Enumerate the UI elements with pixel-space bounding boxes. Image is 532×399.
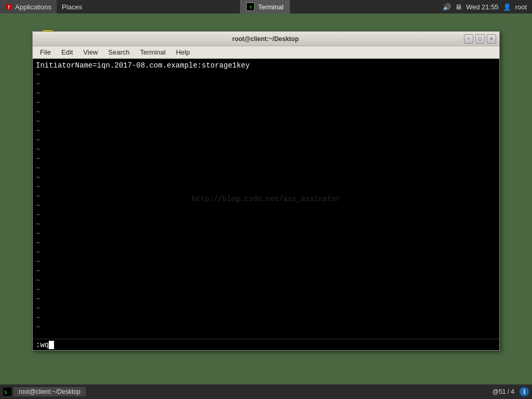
fedora-icon: f	[5, 3, 12, 10]
terminal-tab[interactable]: $ Terminal	[240, 0, 289, 14]
taskbar-app-button[interactable]: root@client:~/Desktop	[14, 387, 86, 396]
tilde-line: ~	[36, 182, 496, 192]
applications-label: Applications	[15, 3, 51, 11]
title-bar: root@client:~/Desktop − □ ×	[33, 32, 499, 46]
terminal-tab-label: Terminal	[258, 3, 283, 11]
window-title: root@client:~/Desktop	[67, 35, 464, 43]
tilde-line: ~	[36, 238, 496, 248]
tilde-line: ~	[36, 210, 496, 220]
volume-icon: 🔊	[443, 3, 451, 11]
menu-edit[interactable]: Edit	[56, 47, 78, 57]
command-line[interactable]: :wq	[33, 339, 499, 350]
tilde-line: ~	[36, 79, 496, 89]
tilde-line: ~	[36, 98, 496, 108]
tilde-line: ~	[36, 220, 496, 229]
taskbar-top-center: $ Terminal	[87, 0, 443, 14]
tilde-line: ~	[36, 295, 496, 304]
tilde-line: ~	[36, 136, 496, 145]
tilde-line: ~	[36, 248, 496, 257]
terminal-tab-icon: $	[246, 3, 255, 11]
command-prompt: :wq	[36, 341, 49, 349]
menu-help[interactable]: Help	[171, 47, 195, 57]
tilde-line: ~	[36, 117, 496, 126]
tilde-line: ~	[36, 108, 496, 117]
tilde-line: ~	[36, 323, 496, 332]
display-icon: 🖥	[455, 3, 462, 11]
tilde-line: ~	[36, 313, 496, 323]
tilde-line: ~	[36, 285, 496, 295]
taskbar-top: f Applications Places $ Terminal 🔊 🖥 Wed…	[0, 0, 532, 14]
tilde-line: ~	[36, 192, 496, 201]
tilde-lines: ~~~~~~~~~~~~~~~~~~~~~~~~~~~~	[36, 70, 496, 332]
taskbar-top-left: f Applications Places	[0, 0, 87, 14]
username: root	[515, 3, 527, 11]
tilde-line: ~	[36, 276, 496, 285]
taskbar-bottom-right: @51 / 4 ℹ	[493, 387, 529, 396]
applications-menu[interactable]: f Applications	[0, 0, 57, 14]
maximize-button[interactable]: □	[475, 34, 485, 44]
tilde-line: ~	[36, 304, 496, 313]
menu-view[interactable]: View	[78, 47, 103, 57]
user-icon: 👤	[503, 3, 511, 11]
taskbar-bottom-left: $ root@client:~/Desktop	[3, 387, 86, 396]
tilde-line: ~	[36, 145, 496, 154]
tilde-line: ~	[36, 267, 496, 276]
menu-search[interactable]: Search	[103, 47, 135, 57]
tilde-line: ~	[36, 173, 496, 182]
menu-file[interactable]: File	[35, 47, 56, 57]
minimize-button[interactable]: −	[464, 34, 473, 44]
terminal-window: root@client:~/Desktop − □ × File Edit Vi…	[32, 31, 500, 351]
taskbar-app-label: root@client:~/Desktop	[19, 388, 81, 395]
clock: Wed 21:55	[466, 3, 499, 11]
window-controls: − □ ×	[464, 34, 496, 44]
tilde-line: ~	[36, 126, 496, 136]
tilde-line: ~	[36, 89, 496, 98]
svg-text:$: $	[4, 390, 7, 395]
tilde-line: ~	[36, 70, 496, 79]
cursor	[49, 341, 54, 349]
page-info: @51 / 4	[493, 388, 514, 395]
taskbar-bottom: $ root@client:~/Desktop @51 / 4 ℹ	[0, 384, 532, 399]
taskbar-app-icon: $	[3, 388, 11, 396]
tilde-line: ~	[36, 257, 496, 267]
places-label: Places	[62, 3, 82, 11]
menu-terminal[interactable]: Terminal	[135, 47, 171, 57]
tilde-line: ~	[36, 229, 496, 238]
tilde-line: ~	[36, 201, 496, 210]
info-icon[interactable]: ℹ	[520, 387, 529, 396]
tilde-line: ~	[36, 154, 496, 164]
first-line: InitiatorName=iqn.2017-08.com.example:st…	[36, 61, 496, 70]
tilde-line: ~	[36, 164, 496, 173]
taskbar-top-right: 🔊 🖥 Wed 21:55 👤 root	[443, 3, 532, 11]
close-button[interactable]: ×	[487, 34, 496, 44]
places-menu[interactable]: Places	[57, 0, 87, 14]
terminal-content[interactable]: InitiatorName=iqn.2017-08.com.example:st…	[33, 59, 499, 339]
menu-bar: File Edit View Search Terminal Help	[33, 46, 499, 59]
